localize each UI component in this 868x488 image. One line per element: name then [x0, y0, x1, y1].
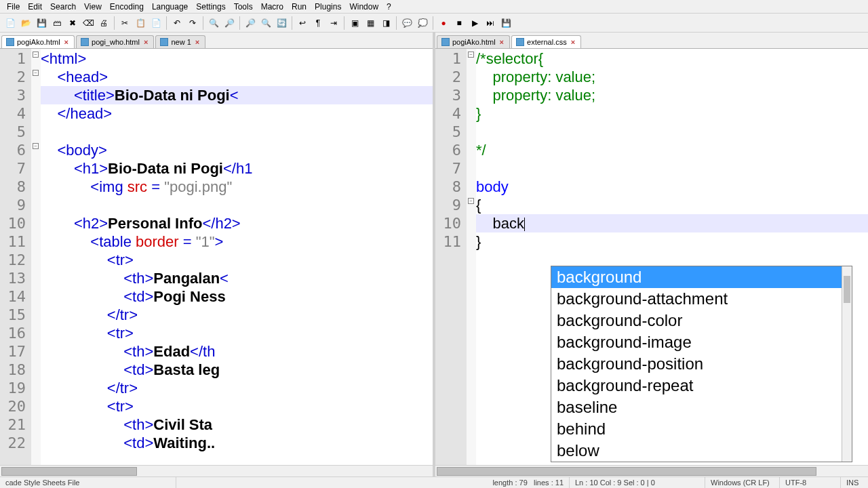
tab-pogiako-html[interactable]: pogiAko.html× [1, 35, 75, 48]
menu-view[interactable]: View [80, 1, 106, 13]
playall-icon[interactable]: ⏭ [483, 16, 498, 30]
cut-icon[interactable]: ✂ [117, 16, 132, 30]
saveall-icon[interactable]: 🗃 [50, 16, 64, 30]
separator [166, 16, 167, 30]
status-eol: Windows (CR LF) [705, 477, 780, 488]
uncomment-icon[interactable]: 💭 [415, 16, 430, 30]
status-encoding: UTF-8 [780, 477, 841, 488]
copy-icon[interactable]: 📋 [133, 16, 148, 30]
file-icon [160, 38, 168, 46]
menu-plugins[interactable]: Plugins [311, 1, 345, 13]
right-editor[interactable]: 1 2 3 4 5 6 7 8 9 10 11 − − /*selector{ … [435, 49, 868, 465]
undo-icon[interactable]: ↶ [170, 16, 184, 30]
close-icon[interactable]: × [142, 38, 149, 46]
menu-tools[interactable]: Tools [230, 1, 257, 13]
ac-item-behind[interactable]: behind [551, 418, 852, 440]
close-icon[interactable]: × [63, 38, 70, 46]
file-icon [81, 38, 89, 46]
scroll-thumb[interactable] [844, 276, 850, 303]
open-icon[interactable]: 📂 [18, 16, 33, 30]
ac-scrollbar[interactable] [842, 266, 852, 462]
tab-pogiako-html-right[interactable]: pogiAko.html× [437, 35, 510, 48]
menu-macro[interactable]: Macro [257, 1, 288, 13]
ac-item-background-attachment[interactable]: background-attachment [551, 288, 852, 310]
h-scrollbar[interactable] [0, 465, 433, 476]
tab-new1[interactable]: new 1× [155, 35, 205, 48]
status-length: length : 79 lines : 11 [487, 477, 570, 488]
find-icon[interactable]: 🔍 [206, 16, 221, 30]
indent-icon[interactable]: ⇥ [326, 16, 341, 30]
close-icon[interactable]: ✖ [65, 16, 80, 30]
menu-settings[interactable]: Settings [192, 1, 229, 13]
ac-item-background-repeat[interactable]: background-repeat [551, 375, 852, 396]
ac-item-background-position[interactable]: background-position [551, 353, 852, 375]
left-editor[interactable]: 1 2 3 4 5 6 7 8 9 10 11 12 13 14 15 16 1… [0, 49, 433, 465]
separator [203, 16, 203, 30]
scroll-thumb[interactable] [437, 467, 816, 476]
fold-box[interactable]: − [33, 70, 39, 76]
fold-box[interactable]: − [468, 52, 474, 58]
file-icon [441, 38, 450, 46]
comment-icon[interactable]: 💬 [399, 16, 414, 30]
foldall-icon[interactable]: ▣ [347, 16, 362, 30]
wordwrap-icon[interactable]: ↩ [295, 16, 310, 30]
sync-icon[interactable]: 🔄 [274, 16, 289, 30]
fold-box[interactable]: − [33, 143, 39, 149]
autocomplete-popup[interactable]: background background-attachment backgro… [551, 266, 852, 462]
close-icon[interactable]: × [498, 38, 505, 46]
right-tab-bar: pogiAko.html× external.css× [435, 33, 868, 49]
separator [239, 16, 240, 30]
zoomout-icon[interactable]: 🔍 [258, 16, 273, 30]
fold-box[interactable]: − [33, 52, 39, 58]
line-numbers: 1 2 3 4 5 6 7 8 9 10 11 12 13 14 15 16 1… [0, 49, 31, 465]
ac-item-background-image[interactable]: background-image [551, 331, 852, 353]
h-scrollbar[interactable] [435, 465, 868, 476]
replace-icon[interactable]: 🔎 [222, 16, 237, 30]
new-icon[interactable]: 📄 [3, 16, 18, 30]
tab-pogiwho-html[interactable]: pogi_who.html× [76, 35, 154, 48]
zoomin-icon[interactable]: 🔎 [243, 16, 258, 30]
status-bar: cade Style Sheets File length : 79 lines… [0, 476, 868, 488]
fold-column[interactable]: − − [467, 49, 476, 465]
menu-help[interactable]: ? [382, 1, 395, 13]
menu-encoding[interactable]: Encoding [106, 1, 148, 13]
ac-item-background-color[interactable]: background-color [551, 310, 852, 331]
left-code[interactable]: <html> <head> <title>Bio-Data ni Pogi< <… [41, 49, 433, 465]
menu-search[interactable]: Search [46, 1, 80, 13]
print-icon[interactable]: 🖨 [96, 16, 111, 30]
menubar: File Edit Search View Encoding Language … [0, 0, 868, 14]
fold-column[interactable]: − − − [31, 49, 41, 465]
ac-item-baseline[interactable]: baseline [551, 396, 852, 418]
menu-edit[interactable]: Edit [24, 1, 46, 13]
left-tab-bar: pogiAko.html× pogi_who.html× new 1× [0, 33, 433, 49]
ac-item-below[interactable]: below [551, 440, 852, 462]
save-icon[interactable]: 💾 [34, 16, 49, 30]
menu-run[interactable]: Run [288, 1, 311, 13]
close-icon[interactable]: × [194, 38, 201, 46]
separator [396, 16, 397, 30]
separator [433, 16, 433, 30]
allchars-icon[interactable]: ¶ [311, 16, 326, 30]
play-icon[interactable]: ▶ [467, 16, 482, 30]
status-position: Ln : 10 Col : 9 Sel : 0 | 0 [570, 477, 705, 488]
line-numbers: 1 2 3 4 5 6 7 8 9 10 11 [435, 49, 467, 465]
file-icon [6, 38, 14, 46]
savemacro-icon[interactable]: 💾 [498, 16, 513, 30]
fold-box[interactable]: − [468, 198, 474, 204]
record-icon[interactable]: ● [436, 16, 451, 30]
separator [114, 16, 115, 30]
paste-icon[interactable]: 📄 [149, 16, 163, 30]
menu-window[interactable]: Window [345, 1, 382, 13]
tab-external-css[interactable]: external.css× [511, 35, 581, 48]
unfoldall-icon[interactable]: ▦ [363, 16, 378, 30]
closeall-icon[interactable]: ⌫ [81, 16, 96, 30]
redo-icon[interactable]: ↷ [185, 16, 200, 30]
menu-language[interactable]: Language [148, 1, 192, 13]
menu-file[interactable]: File [3, 1, 24, 13]
ac-item-background[interactable]: background [551, 266, 852, 288]
scroll-thumb[interactable] [1, 467, 137, 476]
separator [292, 16, 292, 30]
stop-icon[interactable]: ■ [452, 16, 467, 30]
hidelines-icon[interactable]: ◨ [378, 16, 393, 30]
close-icon[interactable]: × [570, 38, 576, 46]
